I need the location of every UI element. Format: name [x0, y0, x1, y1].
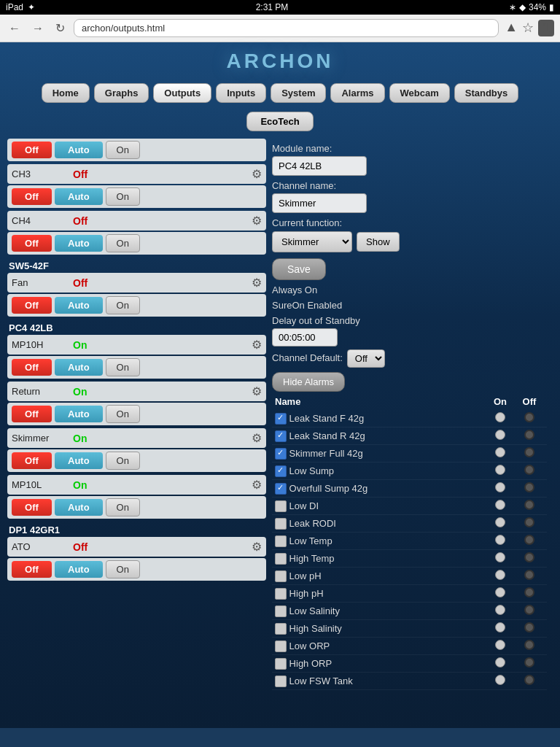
alarm-on-radio[interactable] — [495, 605, 505, 615]
alarm-checkbox[interactable] — [275, 676, 287, 687]
off-button[interactable]: Off — [12, 359, 52, 376]
alarm-off-radio[interactable] — [524, 465, 534, 475]
alarm-off-radio[interactable] — [524, 640, 534, 650]
alarm-checkbox[interactable] — [275, 518, 287, 530]
alarm-checkbox[interactable] — [275, 623, 287, 635]
alarm-on-radio[interactable] — [495, 622, 505, 632]
share-icon[interactable]: ▲ — [505, 20, 518, 36]
on-button[interactable]: On — [106, 296, 140, 314]
function-select[interactable]: Skimmer — [272, 231, 352, 252]
auto-button[interactable]: Auto — [55, 499, 103, 516]
on-button[interactable]: On — [106, 187, 140, 206]
alarm-off-radio[interactable] — [524, 517, 534, 527]
on-button[interactable]: On — [106, 358, 140, 376]
on-button[interactable]: On — [106, 452, 140, 470]
nav-home[interactable]: Home — [42, 83, 90, 103]
alarm-checkbox[interactable] — [275, 465, 287, 477]
alarm-on-radio[interactable] — [495, 570, 505, 580]
nav-webcam[interactable]: Webcam — [389, 83, 450, 103]
settings-icon[interactable]: ⚙ — [252, 540, 262, 554]
nav-inputs[interactable]: Inputs — [216, 83, 266, 103]
settings-icon[interactable]: ⚙ — [252, 276, 262, 290]
auto-button[interactable]: Auto — [55, 142, 103, 158]
alarm-on-radio[interactable] — [495, 500, 505, 510]
forward-button[interactable]: → — [29, 20, 47, 36]
alarm-checkbox[interactable] — [275, 553, 287, 565]
settings-icon[interactable]: ⚙ — [252, 214, 262, 228]
off-button[interactable]: Off — [12, 499, 52, 516]
alarm-on-radio[interactable] — [495, 447, 505, 457]
alarm-checkbox[interactable] — [275, 448, 287, 460]
auto-button[interactable]: Auto — [55, 359, 103, 376]
alarm-on-radio[interactable] — [495, 587, 505, 597]
alarm-off-radio[interactable] — [524, 430, 534, 440]
alarm-off-radio[interactable] — [524, 675, 534, 685]
alarm-off-radio[interactable] — [524, 622, 534, 632]
settings-icon[interactable]: ⚙ — [252, 478, 262, 492]
show-button[interactable]: Show — [357, 232, 400, 252]
off-button[interactable]: Off — [12, 188, 52, 205]
alarm-on-radio[interactable] — [495, 517, 505, 527]
alarm-off-radio[interactable] — [524, 657, 534, 667]
alarm-off-radio[interactable] — [524, 605, 534, 615]
alarm-on-radio[interactable] — [495, 412, 505, 422]
nav-graphs[interactable]: Graphs — [94, 83, 149, 103]
module-name-input[interactable] — [272, 156, 367, 176]
alarm-on-radio[interactable] — [495, 640, 505, 650]
on-button[interactable]: On — [106, 141, 140, 159]
alarm-off-radio[interactable] — [524, 587, 534, 597]
alarm-on-radio[interactable] — [495, 430, 505, 440]
alarm-off-radio[interactable] — [524, 535, 534, 545]
url-bar[interactable] — [74, 19, 499, 37]
alarm-checkbox[interactable] — [275, 640, 287, 652]
off-button[interactable]: Off — [12, 142, 52, 158]
save-button[interactable]: Save — [272, 258, 326, 280]
on-button[interactable]: On — [106, 405, 140, 423]
auto-button[interactable]: Auto — [55, 297, 103, 314]
auto-button[interactable]: Auto — [55, 188, 103, 205]
alarm-off-radio[interactable] — [524, 552, 534, 562]
hide-alarms-button[interactable]: Hide Alarms — [272, 372, 345, 392]
alarm-checkbox[interactable] — [275, 413, 287, 425]
bookmark-icon[interactable]: ☆ — [522, 20, 534, 36]
on-button[interactable]: On — [106, 498, 140, 516]
settings-icon[interactable]: ⚙ — [252, 384, 262, 398]
alarm-off-radio[interactable] — [524, 500, 534, 510]
auto-button[interactable]: Auto — [55, 452, 103, 469]
alarm-on-radio[interactable] — [495, 482, 505, 492]
settings-icon[interactable]: ⚙ — [252, 167, 262, 181]
alarm-checkbox[interactable] — [275, 535, 287, 547]
off-button[interactable]: Off — [12, 235, 52, 252]
alarm-on-radio[interactable] — [495, 657, 505, 667]
alarm-checkbox[interactable] — [275, 570, 287, 582]
nav-system[interactable]: System — [271, 83, 326, 103]
alarm-off-radio[interactable] — [524, 447, 534, 457]
alarm-checkbox[interactable] — [275, 500, 287, 512]
auto-button[interactable]: Auto — [55, 561, 103, 578]
off-button[interactable]: Off — [12, 561, 52, 578]
alarm-off-radio[interactable] — [524, 570, 534, 580]
alarm-on-radio[interactable] — [495, 552, 505, 562]
alarm-on-radio[interactable] — [495, 675, 505, 685]
refresh-button[interactable]: ↻ — [52, 20, 68, 36]
nav-standbys[interactable]: Standbys — [454, 83, 519, 103]
nav-alarms[interactable]: Alarms — [330, 83, 384, 103]
settings-icon[interactable]: ⚙ — [252, 338, 262, 352]
on-button[interactable]: On — [106, 560, 140, 578]
back-button[interactable]: ← — [6, 20, 23, 36]
channel-default-select[interactable]: Off On — [347, 349, 385, 368]
tab-count[interactable]: 1 — [538, 20, 554, 36]
alarm-checkbox[interactable] — [275, 658, 287, 670]
alarm-checkbox[interactable] — [275, 483, 287, 495]
alarm-checkbox[interactable] — [275, 588, 287, 600]
off-button[interactable]: Off — [12, 452, 52, 469]
auto-button[interactable]: Auto — [55, 406, 103, 422]
alarm-on-radio[interactable] — [495, 535, 505, 545]
alarm-checkbox[interactable] — [275, 605, 287, 617]
alarm-on-radio[interactable] — [495, 465, 505, 475]
alarm-off-radio[interactable] — [524, 482, 534, 492]
alarm-off-radio[interactable] — [524, 412, 534, 422]
delay-value-input[interactable] — [272, 328, 338, 347]
auto-button[interactable]: Auto — [55, 235, 103, 252]
nav-outputs[interactable]: Outputs — [153, 83, 211, 103]
